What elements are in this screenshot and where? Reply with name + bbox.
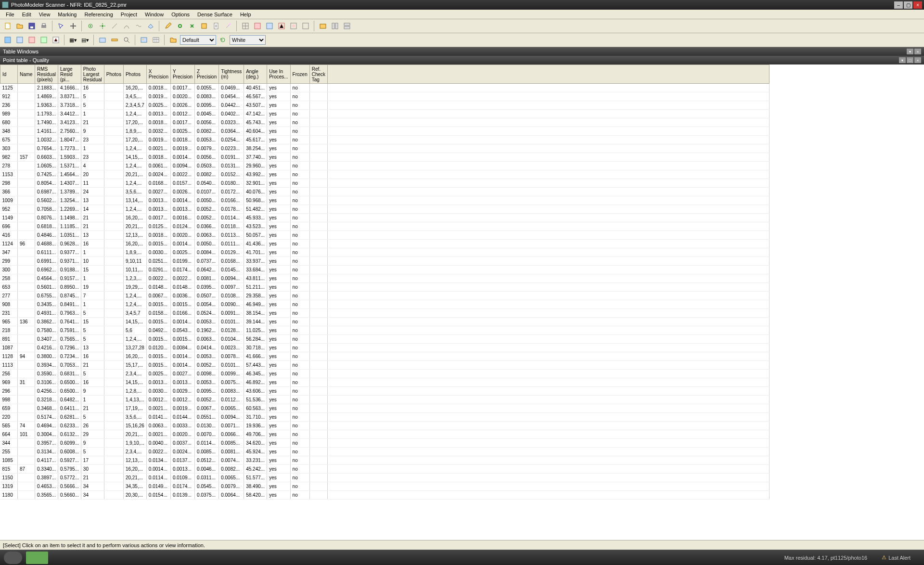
menu-referencing[interactable]: Referencing: [80, 11, 116, 18]
table-row[interactable]: 2180.7580...0.7591...55,60.0492...0.0543…: [0, 326, 770, 335]
col-header[interactable]: Frozen: [290, 65, 309, 84]
table-row[interactable]: 11252.1883...4.1666...1616,20,...0.0018.…: [0, 84, 770, 92]
minimize-button[interactable]: –: [894, 1, 903, 9]
table-row[interactable]: 11500.3897...0.5772...2120,21,...0.0114.…: [0, 474, 770, 482]
panel-max-icon[interactable]: □: [907, 57, 913, 63]
table-row[interactable]: 11490.8076...1.1498...2116,20,...0.0017.…: [0, 214, 770, 222]
col-header[interactable]: RMS Residual (pixels): [35, 65, 58, 84]
view5-icon[interactable]: [51, 35, 61, 45]
panel-dropdown-icon[interactable]: ▾: [899, 57, 906, 63]
table-row[interactable]: 2770.6755...0.8745...71,2,4,...0.0067...…: [0, 292, 770, 300]
table-row[interactable]: 10090.5602...1.3254...1313,14,...0.0013.…: [0, 196, 770, 205]
col-header[interactable]: Z Precision: [195, 65, 219, 84]
folder-icon[interactable]: [168, 35, 179, 45]
menu-project[interactable]: Project: [117, 11, 141, 18]
material-select[interactable]: Default: [180, 35, 216, 45]
table-row[interactable]: 9080.3435...0.8491...11,2,4,...0.0015...…: [0, 300, 770, 309]
col-header[interactable]: X Precision: [146, 65, 170, 84]
table-row[interactable]: 3000.6962...0.9188...1510,11,...0.0291..…: [0, 266, 770, 274]
table-row[interactable]: 969310.3106...0.6500...1614,15,...0.0013…: [0, 378, 770, 387]
col-header[interactable]: Y Precision: [170, 65, 194, 84]
menu-dense-surface[interactable]: Dense Surface: [193, 11, 236, 18]
panel-close-icon[interactable]: ×: [914, 49, 921, 54]
table-row[interactable]: 2781.0605...1.5371...41,2,4,...0.0061...…: [0, 162, 770, 170]
panel-x-icon[interactable]: ×: [914, 57, 921, 63]
table-row[interactable]: 2361.9363...3.7318...52,3,4,5,70.0025...…: [0, 101, 770, 110]
menu-edit[interactable]: Edit: [18, 11, 35, 18]
new-icon[interactable]: [2, 21, 13, 31]
table-row[interactable]: 3481.4161...2.7560...91,8,9,...0.0032...…: [0, 127, 770, 136]
maximize-button[interactable]: ▢: [904, 1, 912, 9]
menu-window[interactable]: Window: [141, 11, 167, 18]
menu-options[interactable]: Options: [167, 11, 193, 18]
print-icon[interactable]: [38, 21, 49, 31]
wand-icon[interactable]: [223, 21, 233, 31]
table-row[interactable]: 2550.3134...0.6008...52,3,4,...0.0022...…: [0, 448, 770, 456]
col-header[interactable]: Ref. Check Tag: [309, 65, 327, 84]
table-row[interactable]: 11530.7425...1.4564...2020,21,...0.0024.…: [0, 170, 770, 179]
table-row[interactable]: 2580.4564...0.9157...11,2,3,...0.0022...…: [0, 274, 770, 283]
menu-view[interactable]: View: [35, 11, 54, 18]
point-table[interactable]: IdNameRMS Residual (pixels)Large Resid (…: [0, 64, 924, 540]
last-alert-text[interactable]: Last Alert: [888, 555, 911, 561]
open-icon[interactable]: [14, 21, 25, 31]
table-row[interactable]: 6960.6818...1.1185...2120,21,...0.0125..…: [0, 222, 770, 231]
table-row[interactable]: 2960.4256...0.6500...91,2,8,...0.0030...…: [0, 387, 770, 396]
table-row[interactable]: 3030.7654...1.7273...11,2,4,...0.0021...…: [0, 144, 770, 153]
col-header[interactable]: Id: [0, 65, 18, 84]
photo-icon[interactable]: [97, 35, 108, 45]
surface-icon[interactable]: [145, 21, 156, 31]
edit-icon[interactable]: [163, 21, 173, 31]
table-row[interactable]: 11800.3565...0.5660...3420,30,...0.0154.…: [0, 491, 770, 500]
pan-icon[interactable]: [68, 21, 78, 31]
view3-icon[interactable]: [26, 35, 37, 45]
link-icon[interactable]: [175, 21, 185, 31]
table-row[interactable]: 11130.3934...0.7053...2115,17,...0.0015.…: [0, 361, 770, 370]
table-row[interactable]: 8910.3407...0.7565...51,2,4,...0.0015...…: [0, 335, 770, 344]
table-row[interactable]: 2310.4931...0.7963...53,4,5,70.0158...0.…: [0, 309, 770, 318]
table-row[interactable]: 10850.4117...0.5927...1712,13,...0.0134.…: [0, 456, 770, 465]
table-icon[interactable]: [151, 35, 161, 45]
table-row[interactable]: 2980.8054...1.4307...111,2,4,...0.0168..…: [0, 179, 770, 188]
table-row[interactable]: 9980.3218...0.6482...11,4,13,...0.0012..…: [0, 396, 770, 404]
table-row[interactable]: 565740.4694...0.6233...2615,16,260.0063.…: [0, 422, 770, 430]
alert-icon[interactable]: ⚠: [882, 554, 886, 561]
table-row[interactable]: 6751.0032...1.8047...2317,20,...0.0019..…: [0, 136, 770, 144]
view4-icon[interactable]: [38, 35, 49, 45]
view1-icon[interactable]: [2, 35, 13, 45]
table-row[interactable]: 815870.3340...0.5795...3016,20,...0.0014…: [0, 465, 770, 474]
col-header[interactable]: Angle (deg.): [244, 65, 267, 84]
gear-icon[interactable]: [85, 21, 96, 31]
close-button[interactable]: ×: [913, 1, 922, 9]
table-row[interactable]: 6641010.3004...0.6132...2920,21,...0.002…: [0, 430, 770, 439]
menu-file[interactable]: File: [2, 11, 18, 18]
table-row[interactable]: 3470.6111...0.9377...11,8,9,...0.0030...…: [0, 248, 770, 257]
start-button[interactable]: [4, 552, 22, 564]
table-row[interactable]: 3440.3957...0.6099...91,9,10,...0.0040..…: [0, 439, 770, 448]
color-select[interactable]: White: [230, 35, 266, 45]
window-icon[interactable]: [318, 21, 328, 31]
ruler-icon[interactable]: [109, 35, 120, 45]
edge-icon[interactable]: [133, 21, 144, 31]
line-icon[interactable]: [109, 21, 120, 31]
table-row[interactable]: 1128940.3800...0.7234...1616,20,...0.001…: [0, 352, 770, 361]
table-row[interactable]: 10870.4216...0.7296...1313,27,280.0120..…: [0, 344, 770, 352]
grid5-icon[interactable]: [288, 21, 299, 31]
grid6-icon[interactable]: [300, 21, 311, 31]
table-row[interactable]: 4160.4846...1.0351...1312,13,...0.0018..…: [0, 231, 770, 240]
menu-help[interactable]: Help: [236, 11, 255, 18]
grid4-icon[interactable]: [276, 21, 287, 31]
zoom-icon[interactable]: [121, 35, 132, 45]
col-header[interactable]: Tightness (m): [219, 65, 244, 84]
tile1-icon[interactable]: [330, 21, 340, 31]
view2-icon[interactable]: [14, 35, 25, 45]
panel-pin-icon[interactable]: ▾: [907, 49, 913, 54]
unlink-icon[interactable]: [187, 21, 197, 31]
col-header[interactable]: Large Resid (pi...: [58, 65, 81, 84]
col-header[interactable]: Photo Largest Residual: [81, 65, 104, 84]
table-row[interactable]: 2560.3590...0.6831...52,3,4,...0.0025...…: [0, 370, 770, 378]
grid2-icon[interactable]: [252, 21, 263, 31]
table-row[interactable]: 6530.5601...0.8950...1919,29,...0.0148..…: [0, 283, 770, 292]
col-header[interactable]: Photos: [123, 65, 146, 84]
table-row[interactable]: 9651360.3862...0.7641...1514,15,...0.001…: [0, 318, 770, 326]
